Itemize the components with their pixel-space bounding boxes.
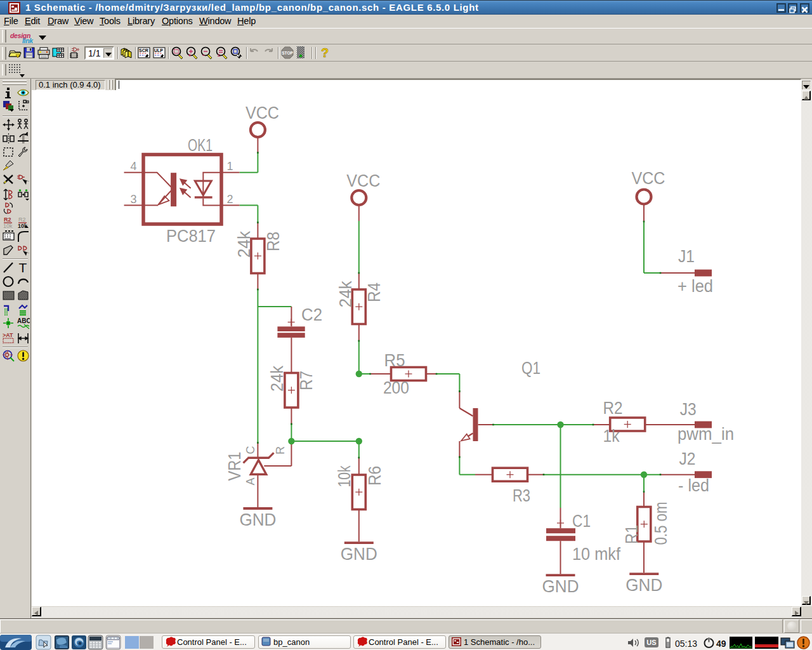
svg-text:VCC: VCC [346,171,380,190]
svg-text:VCC: VCC [632,169,665,188]
svg-text:4: 4 [131,160,137,173]
svg-text:J3: J3 [680,400,697,419]
svg-text:GND: GND [239,510,276,529]
svg-text:OK1: OK1 [188,136,213,155]
svg-text:SCR: SCR [139,48,148,53]
svg-text:GND: GND [625,575,662,595]
svg-text:R1: R1 [622,525,641,544]
svg-text:A: A [244,477,257,485]
svg-text:1: 1 [227,160,233,173]
svg-text:C1: C1 [572,512,591,531]
svg-text:J2: J2 [679,449,695,468]
svg-text:24k: 24k [268,366,287,392]
svg-text:R6: R6 [365,466,384,486]
svg-text:Q1: Q1 [521,359,540,378]
svg-text:>AT: >AT [3,332,13,338]
svg-text:ULP: ULP [154,48,163,53]
svg-text:STOP: STOP [282,51,293,55]
svg-text:T: T [19,261,27,274]
svg-text:ABC: ABC [17,317,30,324]
svg-text:?: ? [321,46,329,59]
svg-text:GND: GND [341,544,377,564]
svg-text:PC817: PC817 [166,227,216,246]
svg-text:10k: 10k [3,223,13,229]
svg-text:R3: R3 [513,486,530,505]
svg-text:R7: R7 [297,371,316,390]
svg-text:C2: C2 [301,305,322,324]
svg-text:- led: - led [678,476,709,495]
svg-text:GND: GND [542,576,579,596]
svg-text:10 mkf: 10 mkf [572,545,620,564]
svg-text:+ led: + led [678,277,713,296]
svg-text:VCC: VCC [246,103,279,123]
svg-text:200: 200 [383,378,409,397]
svg-text:R2: R2 [18,216,26,223]
svg-text:VR1: VR1 [225,452,244,481]
svg-text:R4: R4 [365,282,384,302]
svg-text:R2: R2 [603,399,623,418]
svg-text:C: C [244,446,257,454]
svg-text:R: R [274,446,287,454]
svg-text:0.5 om: 0.5 om [652,502,671,545]
svg-text:R2: R2 [4,216,11,223]
svg-text:3: 3 [131,193,137,206]
svg-text:10k: 10k [335,465,354,487]
svg-text:1k: 1k [603,427,620,446]
svg-text:pwm_in: pwm_in [678,425,734,444]
svg-text:2: 2 [227,193,233,206]
svg-text:24k: 24k [235,231,254,258]
svg-text:R5: R5 [384,351,405,370]
svg-text:J1: J1 [678,247,695,266]
svg-text:24k: 24k [336,281,355,307]
svg-text:R8: R8 [264,232,283,251]
